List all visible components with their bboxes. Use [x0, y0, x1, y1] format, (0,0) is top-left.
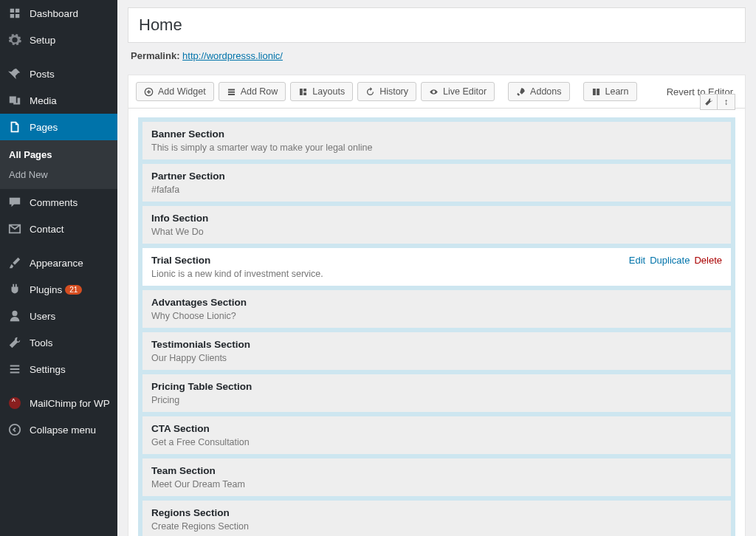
sidebar-item-label: Comments	[30, 197, 78, 208]
builder-row[interactable]: Advantages SectionWhy Choose Lionic?Edit…	[142, 289, 732, 331]
history-icon	[365, 87, 375, 97]
row-title: Banner Section	[151, 128, 722, 140]
row-duplicate-link[interactable]: Duplicate	[650, 255, 690, 266]
sidebar-item-label: Users	[30, 311, 55, 322]
collapse-icon	[7, 422, 22, 437]
builder-row[interactable]: CTA SectionGet a Free ConsultationEditDu…	[142, 416, 732, 458]
canvas-settings-button[interactable]	[700, 94, 718, 110]
add-widget-button[interactable]: Add Widget	[136, 82, 214, 101]
sidebar-item-mailchimp[interactable]: MailChimp for WP	[0, 390, 117, 416]
page-builder: Add Widget Add Row Layouts History Live …	[128, 75, 746, 536]
sidebar-item-label: Posts	[30, 69, 55, 80]
row-description: What We Do	[151, 227, 722, 237]
row-description: Pricing	[151, 395, 722, 405]
book-icon	[591, 87, 601, 97]
rocket-icon	[516, 87, 526, 97]
sidebar-item-comments[interactable]: Comments	[0, 189, 117, 216]
add-row-button[interactable]: Add Row	[219, 82, 286, 101]
history-button[interactable]: History	[357, 82, 416, 101]
contact-icon	[7, 221, 22, 236]
wrench-icon	[7, 335, 22, 350]
addons-button[interactable]: Addons	[508, 82, 569, 101]
eye-icon	[429, 87, 439, 97]
row-title: CTA Section	[151, 423, 722, 434]
mailchimp-icon	[7, 396, 22, 410]
sidebar-item-label: Settings	[30, 364, 66, 375]
sidebar-item-label: Plugins	[30, 284, 62, 295]
rows-container: Banner SectionThis is simply a smarter w…	[138, 117, 735, 536]
builder-row[interactable]: Trial SectionLionic is a new kind of inv…	[142, 247, 732, 289]
sidebar-item-plugins[interactable]: Plugins 21	[0, 276, 117, 303]
row-description: Get a Free Consultation	[151, 437, 722, 447]
row-description: Lionic is a new kind of investment servi…	[151, 269, 722, 279]
builder-row[interactable]: Info SectionWhat We DoEditDuplicateDelet…	[142, 205, 732, 247]
builder-row[interactable]: Partner Section#fafafaEditDuplicateDelet…	[142, 163, 732, 205]
sidebar-sub-all-pages[interactable]: All Pages	[0, 145, 117, 165]
row-description: Meet Our Dream Team	[151, 479, 722, 489]
row-description: This is simply a smarter way to make you…	[151, 142, 722, 153]
canvas-tools: ↕	[700, 94, 735, 110]
row-description: Why Choose Lionic?	[151, 311, 722, 321]
rows-icon	[227, 87, 236, 97]
sidebar-item-setup[interactable]: Setup	[0, 27, 117, 53]
builder-canvas: ↕ Banner SectionThis is simply a smarter…	[128, 109, 745, 536]
permalink-link[interactable]: http://wordpresss.lionic/	[182, 50, 283, 61]
learn-button[interactable]: Learn	[583, 82, 637, 101]
row-title: Pricing Table Section	[151, 381, 722, 392]
svg-point-0	[10, 425, 20, 435]
sliders-icon	[7, 362, 22, 377]
expand-icon: ↕	[724, 97, 729, 107]
layouts-button[interactable]: Layouts	[290, 82, 353, 101]
page-title: Home	[139, 16, 735, 35]
row-edit-link[interactable]: Edit	[629, 255, 645, 266]
admin-sidebar: Dashboard Setup Posts Media Pages All Pa…	[0, 0, 117, 536]
permalink-label: Permalink:	[131, 50, 179, 61]
builder-row[interactable]: Testimonials SectionOur Happy ClientsEdi…	[142, 331, 732, 374]
sidebar-item-appearance[interactable]: Appearance	[0, 250, 117, 276]
sidebar-item-label: Collapse menu	[30, 425, 96, 436]
sidebar-item-settings[interactable]: Settings	[0, 356, 117, 382]
sidebar-collapse[interactable]: Collapse menu	[0, 416, 117, 443]
comment-icon	[7, 195, 22, 210]
row-description: Create Regions Section	[151, 521, 722, 532]
sidebar-item-dashboard[interactable]: Dashboard	[0, 0, 117, 27]
plugin-icon	[7, 282, 22, 297]
sidebar-item-tools[interactable]: Tools	[0, 329, 117, 356]
sidebar-item-label: Tools	[30, 337, 53, 348]
layouts-icon	[298, 87, 308, 97]
sidebar-item-label: Media	[30, 95, 57, 106]
row-title: Partner Section	[151, 171, 722, 182]
sidebar-item-pages[interactable]: Pages	[0, 114, 117, 140]
live-editor-button[interactable]: Live Editor	[421, 82, 495, 101]
row-title: Advantages Section	[151, 297, 722, 308]
brush-icon	[7, 255, 22, 270]
sidebar-item-label: Setup	[30, 35, 55, 46]
dashboard-icon	[7, 6, 22, 21]
sidebar-item-posts[interactable]: Posts	[0, 61, 117, 87]
media-icon	[7, 93, 22, 108]
row-description: Our Happy Clients	[151, 353, 722, 363]
pin-icon	[7, 66, 22, 81]
plus-circle-icon	[144, 87, 154, 97]
main-content: Home Permalink: http://wordpresss.lionic…	[117, 0, 756, 536]
sidebar-item-media[interactable]: Media	[0, 87, 117, 114]
sidebar-sub-add-new[interactable]: Add New	[0, 165, 117, 185]
builder-row[interactable]: Banner SectionThis is simply a smarter w…	[142, 121, 732, 163]
sidebar-item-users[interactable]: Users	[0, 303, 117, 329]
sidebar-item-label: Appearance	[30, 258, 83, 269]
row-title: Team Section	[151, 465, 722, 476]
sidebar-item-label: Pages	[30, 122, 58, 133]
builder-toolbar: Add Widget Add Row Layouts History Live …	[128, 75, 745, 109]
canvas-expand-button[interactable]: ↕	[718, 94, 735, 110]
sidebar-item-contact[interactable]: Contact	[0, 216, 117, 242]
sidebar-item-label: MailChimp for WP	[30, 398, 110, 409]
row-delete-link[interactable]: Delete	[694, 255, 722, 266]
builder-row[interactable]: Pricing Table SectionPricingEditDuplicat…	[142, 374, 732, 416]
row-description: #fafafa	[151, 185, 722, 195]
sidebar-item-label: Contact	[30, 224, 64, 235]
builder-row[interactable]: Team SectionMeet Our Dream TeamEditDupli…	[142, 458, 732, 500]
gear-icon	[7, 32, 22, 47]
row-title: Regions Section	[151, 507, 722, 518]
page-title-input[interactable]: Home	[128, 7, 746, 43]
builder-row[interactable]: Regions SectionCreate Regions SectionEdi…	[142, 500, 732, 536]
